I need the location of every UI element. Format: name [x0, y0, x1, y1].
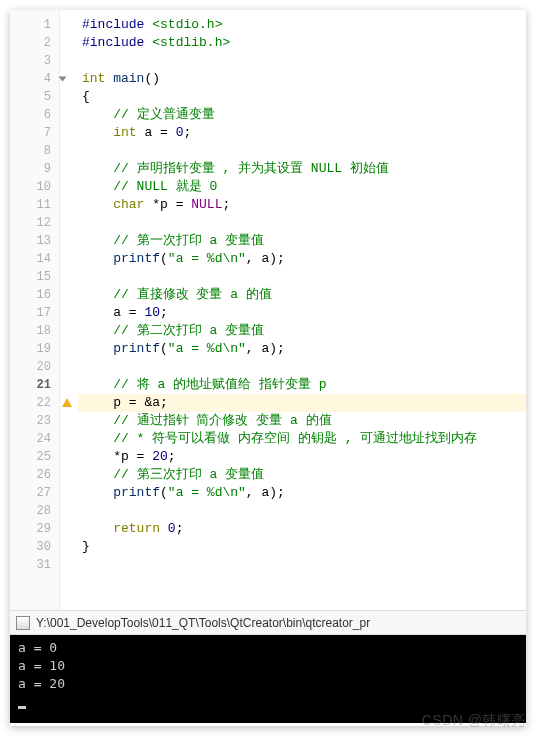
line-number[interactable]: 20 [10, 358, 59, 376]
marker-slot [60, 340, 78, 358]
code-line[interactable] [78, 502, 526, 520]
code-line[interactable]: // 将 a 的地址赋值给 指针变量 p [78, 376, 526, 394]
code-line[interactable]: a = 10; [78, 304, 526, 322]
code-line[interactable]: // 定义普通变量 [78, 106, 526, 124]
code-line[interactable] [78, 556, 526, 574]
line-number[interactable]: 19 [10, 340, 59, 358]
code-line[interactable]: // 第二次打印 a 变量值 [78, 322, 526, 340]
code-line[interactable]: // 声明指针变量 , 并为其设置 NULL 初始值 [78, 160, 526, 178]
marker-slot [60, 52, 78, 70]
code-line[interactable] [78, 142, 526, 160]
marker-slot [60, 214, 78, 232]
line-number[interactable]: 31 [10, 556, 59, 574]
line-number[interactable]: 15 [10, 268, 59, 286]
marker-slot [60, 286, 78, 304]
console-line: a = 0 [18, 639, 518, 657]
code-line[interactable]: #include <stdio.h> [78, 16, 526, 34]
code-line[interactable]: printf("a = %d\n", a); [78, 340, 526, 358]
line-number[interactable]: 1 [10, 16, 59, 34]
code-line[interactable]: // 第一次打印 a 变量值 [78, 232, 526, 250]
code-line[interactable]: { [78, 88, 526, 106]
marker-slot [60, 376, 78, 394]
line-number[interactable]: 21 [10, 376, 59, 394]
code-line[interactable]: p = &a; [78, 394, 526, 412]
line-number[interactable]: 12 [10, 214, 59, 232]
line-number-gutter[interactable]: 1234567891011121314151617181920212223242… [10, 10, 60, 610]
code-line[interactable]: char *p = NULL; [78, 196, 526, 214]
code-line[interactable]: // NULL 就是 0 [78, 178, 526, 196]
console-output[interactable]: a = 0a = 10a = 20 [10, 635, 526, 723]
line-number[interactable]: 30 [10, 538, 59, 556]
line-number[interactable]: 16 [10, 286, 59, 304]
code-line[interactable]: *p = 20; [78, 448, 526, 466]
line-number[interactable]: 3 [10, 52, 59, 70]
line-number[interactable]: 24 [10, 430, 59, 448]
marker-slot [60, 448, 78, 466]
code-line[interactable] [78, 52, 526, 70]
marker-slot [60, 196, 78, 214]
code-line[interactable]: int a = 0; [78, 124, 526, 142]
marker-slot [60, 232, 78, 250]
marker-slot [60, 142, 78, 160]
code-line[interactable]: printf("a = %d\n", a); [78, 484, 526, 502]
line-number[interactable]: 29 [10, 520, 59, 538]
marker-slot [60, 160, 78, 178]
marker-slot [60, 412, 78, 430]
marker-slot [60, 88, 78, 106]
code-line[interactable] [78, 268, 526, 286]
app-icon [16, 616, 30, 630]
marker-slot [60, 322, 78, 340]
marker-slot [60, 304, 78, 322]
code-line[interactable]: printf("a = %d\n", a); [78, 250, 526, 268]
marker-slot [60, 466, 78, 484]
marker-slot [60, 106, 78, 124]
marker-slot [60, 358, 78, 376]
console-line: a = 20 [18, 675, 518, 693]
line-number[interactable]: 23 [10, 412, 59, 430]
marker-slot [60, 556, 78, 574]
marker-slot [60, 250, 78, 268]
code-line[interactable]: // * 符号可以看做 内存空间 的钥匙 , 可通过地址找到内存 [78, 430, 526, 448]
line-number[interactable]: 4 [10, 70, 59, 88]
code-area[interactable]: #include <stdio.h>#include <stdlib.h>int… [78, 10, 526, 610]
line-number[interactable]: 8 [10, 142, 59, 160]
code-line[interactable]: // 通过指针 简介修改 变量 a 的值 [78, 412, 526, 430]
marker-slot [60, 124, 78, 142]
line-number[interactable]: 14 [10, 250, 59, 268]
line-number[interactable]: 27 [10, 484, 59, 502]
line-number[interactable]: 17 [10, 304, 59, 322]
marker-slot [60, 502, 78, 520]
line-number[interactable]: 7 [10, 124, 59, 142]
code-line[interactable] [78, 358, 526, 376]
console-panel: Y:\001_DevelopTools\011_QT\Tools\QtCreat… [10, 610, 526, 723]
marker-slot [60, 268, 78, 286]
code-line[interactable]: // 直接修改 变量 a 的值 [78, 286, 526, 304]
line-number[interactable]: 11 [10, 196, 59, 214]
line-number[interactable]: 5 [10, 88, 59, 106]
line-number[interactable]: 13 [10, 232, 59, 250]
warning-icon[interactable] [60, 394, 78, 412]
marker-slot [60, 538, 78, 556]
code-editor[interactable]: 1234567891011121314151617181920212223242… [10, 10, 526, 610]
marker-slot [60, 34, 78, 52]
line-number[interactable]: 28 [10, 502, 59, 520]
console-titlebar[interactable]: Y:\001_DevelopTools\011_QT\Tools\QtCreat… [10, 611, 526, 635]
marker-slot [60, 430, 78, 448]
line-number[interactable]: 25 [10, 448, 59, 466]
line-number[interactable]: 18 [10, 322, 59, 340]
line-number[interactable]: 26 [10, 466, 59, 484]
code-line[interactable]: // 第三次打印 a 变量值 [78, 466, 526, 484]
line-number[interactable]: 6 [10, 106, 59, 124]
code-line[interactable]: #include <stdlib.h> [78, 34, 526, 52]
line-number[interactable]: 9 [10, 160, 59, 178]
code-line[interactable]: int main() [78, 70, 526, 88]
code-line[interactable]: } [78, 538, 526, 556]
line-number[interactable]: 10 [10, 178, 59, 196]
code-line[interactable]: return 0; [78, 520, 526, 538]
console-title: Y:\001_DevelopTools\011_QT\Tools\QtCreat… [36, 616, 370, 630]
line-number[interactable]: 2 [10, 34, 59, 52]
line-number[interactable]: 22 [10, 394, 59, 412]
marker-slot [60, 70, 78, 88]
code-line[interactable] [78, 214, 526, 232]
marker-slot [60, 520, 78, 538]
